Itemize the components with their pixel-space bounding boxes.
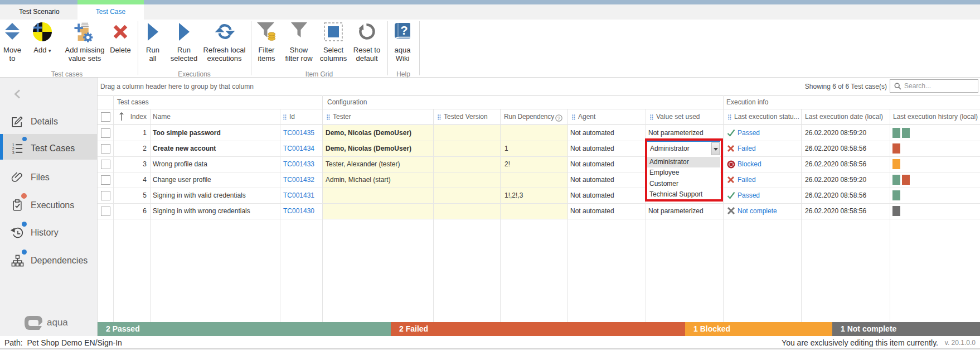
svg-text:3: 3 (12, 150, 14, 155)
svg-text:?: ? (557, 116, 560, 121)
svg-text:?: ? (400, 23, 407, 37)
